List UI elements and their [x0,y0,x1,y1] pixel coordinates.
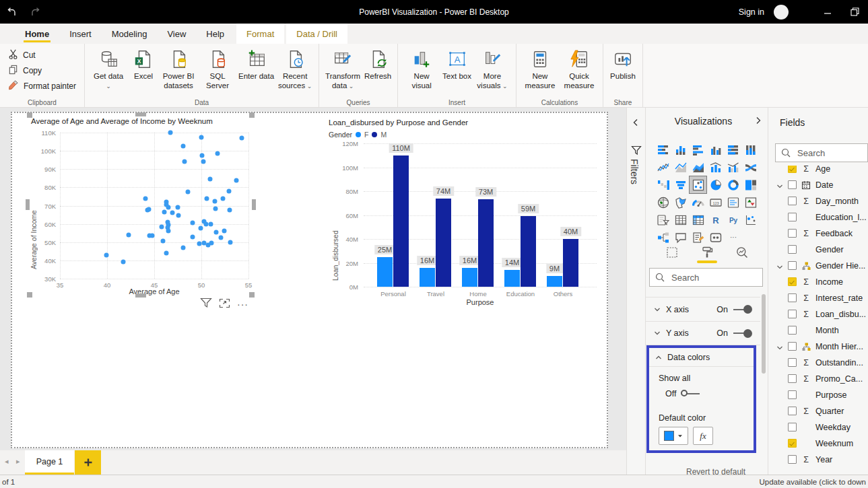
ribbon-tab-modeling[interactable]: Modeling [102,24,158,44]
stacked-area-chart-icon[interactable] [690,159,706,176]
bar-visual[interactable]: Loan_disbursed by Purpose and Gender Gen… [322,116,601,308]
map-icon[interactable] [655,194,671,211]
field-checkbox[interactable] [788,423,797,431]
refresh-button[interactable]: Refresh [362,45,393,98]
field-checkbox[interactable] [788,439,797,448]
multi-row-card-icon[interactable] [725,194,741,211]
avatar[interactable] [774,5,789,20]
scatter-point[interactable] [219,235,224,240]
filters-pane-label[interactable]: Filters [629,159,640,184]
bar-m-education[interactable] [521,216,536,287]
field-item-income[interactable]: ΣIncome [768,274,868,290]
resize-handle[interactable] [26,199,30,210]
field-checkbox[interactable] [788,374,797,383]
new-visual-button[interactable]: New visual [402,45,441,98]
scatter-point[interactable] [181,245,186,250]
scatter-point[interactable] [221,196,226,201]
format-painter-button[interactable]: Format painter [4,79,80,94]
restore-button[interactable] [841,0,868,24]
expand-chevron-icon[interactable] [776,182,783,191]
field-item-promo-ca-[interactable]: ΣPromo_Ca... [768,371,868,387]
field-checkbox[interactable] [788,166,797,173]
scatter-point[interactable] [166,229,171,234]
ribbon-tab-data-drill[interactable]: Data / Drill [286,24,347,44]
scatter-point[interactable] [143,196,148,201]
revert-to-default-link[interactable]: Revert to default [686,467,745,475]
scatter-point[interactable] [176,205,180,210]
clustered-column-chart-icon[interactable] [707,141,724,158]
scatter-point[interactable] [213,206,218,211]
new-measure-button[interactable]: New measure [521,45,560,98]
visual-filter-icon[interactable] [200,298,212,310]
show-all-toggle[interactable] [681,390,701,398]
fields-tab-icon[interactable] [664,246,680,261]
scatter-point[interactable] [214,230,219,234]
clustered-bar-chart-icon[interactable] [690,141,706,158]
scatter-point[interactable] [166,205,171,210]
field-item-education-l-[interactable]: Education_l... [768,209,868,225]
pie-chart-icon[interactable] [707,176,724,193]
quick-measure-button[interactable]: Quick measure [560,45,599,98]
bar-f-home[interactable] [462,268,477,287]
field-checkbox[interactable] [788,326,797,335]
y-axis-toggle[interactable] [732,329,752,338]
bar-m-travel[interactable] [436,199,451,287]
scatter-point[interactable] [162,209,167,214]
line-and-stacked-column-chart-icon[interactable] [707,159,724,176]
scatter-visual[interactable]: Average of Age and Average of Income by … [27,114,255,298]
fields-search-input[interactable] [796,147,862,159]
bar-m-personal[interactable] [393,155,409,287]
scatter-point[interactable] [170,211,174,215]
field-checkbox[interactable] [788,261,797,270]
collapse-visualizations-icon[interactable] [755,116,762,127]
field-item-date[interactable]: Date [768,177,868,193]
scatter-point[interactable] [145,208,150,213]
resize-handle[interactable] [27,292,32,298]
format-pane-scrollbar[interactable] [762,294,766,374]
y-axis-section[interactable]: Y axis On [646,321,760,345]
line-chart-icon[interactable] [655,159,671,176]
field-checkbox[interactable] [788,293,797,302]
key-influencers-icon[interactable] [742,211,759,228]
scatter-point[interactable] [186,190,191,195]
scatter-point[interactable] [240,136,244,141]
field-item-weeknum[interactable]: Weeknum [768,435,868,452]
filled-map-icon[interactable] [672,194,689,211]
matrix-icon[interactable] [690,211,706,228]
hundred-stacked-bar-chart-icon[interactable] [725,141,741,158]
ribbon-tab-view[interactable]: View [157,24,196,44]
field-item-day-month[interactable]: ΣDay_month [768,193,868,209]
kpi-icon[interactable] [742,194,759,211]
table-icon[interactable] [672,211,689,228]
next-page-icon[interactable]: ▸ [16,457,20,466]
field-checkbox[interactable] [788,390,797,399]
scatter-point[interactable] [209,221,213,226]
scatter-point[interactable] [168,131,172,135]
scatter-point[interactable] [201,160,205,164]
scatter-point[interactable] [191,234,195,239]
publish-button[interactable]: Publish [607,45,638,98]
copy-button[interactable]: Copy [4,63,80,78]
field-item-gender-hie-[interactable]: Gender Hie... [768,258,868,274]
conditional-formatting-fx-button[interactable]: fx [693,427,713,445]
field-item-weekday[interactable]: Weekday [768,419,868,435]
resize-handle[interactable] [27,112,32,118]
resize-handle[interactable] [135,112,146,116]
gauge-icon[interactable] [690,194,706,211]
text-box-button[interactable]: AText box [441,45,473,98]
scatter-point[interactable] [197,242,202,246]
scatter-point[interactable] [198,226,203,231]
scatter-point[interactable] [199,135,204,139]
scatter-point[interactable] [205,196,209,201]
field-checkbox[interactable] [788,197,797,205]
filters-funnel-icon[interactable] [631,145,642,158]
format-tab-icon[interactable] [699,246,715,261]
more-visuals-button[interactable]: More visuals ⌄ [473,45,512,98]
scatter-point[interactable] [204,221,209,226]
bar-f-education[interactable] [504,270,520,287]
slicer-icon[interactable] [655,211,671,228]
funnel-chart-icon[interactable] [672,176,689,193]
ribbon-tab-help[interactable]: Help [196,24,234,44]
field-checkbox[interactable] [788,180,797,189]
ribbon-tab-insert[interactable]: Insert [59,24,102,44]
